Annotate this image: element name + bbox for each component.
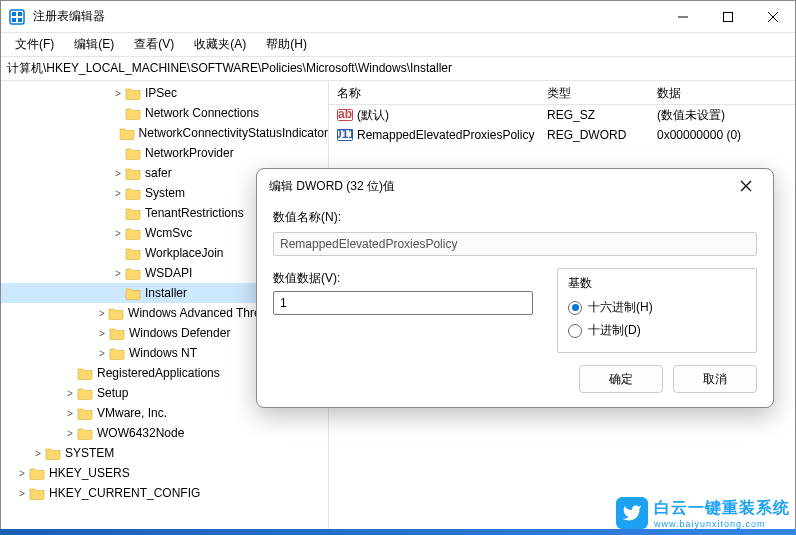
tree-item-label: WSDAPI [145,266,192,280]
menu-file[interactable]: 文件(F) [5,34,64,55]
folder-icon [45,446,61,460]
tree-item-label: Installer [145,286,187,300]
cancel-button[interactable]: 取消 [673,365,757,393]
watermark-url: www.baiyunxitong.com [654,519,790,529]
folder-icon [125,166,141,180]
folder-icon [77,366,93,380]
folder-icon [29,466,45,480]
folder-icon [77,386,93,400]
folder-icon [125,106,141,120]
folder-icon [77,426,93,440]
col-header-name[interactable]: 名称 [329,81,539,104]
chevron-right-icon[interactable]: > [15,488,29,499]
value-name: (默认) [357,107,389,124]
chevron-right-icon[interactable]: > [111,188,125,199]
chevron-right-icon[interactable]: > [15,468,29,479]
value-data-label: 数值数据(V): [273,270,533,287]
dialog-title: 编辑 DWORD (32 位)值 [269,178,731,195]
tree-item-label: Windows NT [129,346,197,360]
chevron-right-icon[interactable]: > [111,228,125,239]
menu-view[interactable]: 查看(V) [124,34,184,55]
folder-icon [109,326,125,340]
folder-icon [125,266,141,280]
radio-hex[interactable]: 十六进制(H) [568,296,746,319]
chevron-right-icon[interactable]: > [63,388,77,399]
tree-item[interactable]: >HKEY_USERS [1,463,328,483]
folder-icon [125,226,141,240]
chevron-right-icon[interactable]: > [111,88,125,99]
folder-icon [108,306,124,320]
chevron-right-icon[interactable]: > [31,448,45,459]
svg-rect-6 [723,12,732,21]
list-row[interactable]: ab(默认)REG_SZ(数值未设置) [329,105,795,125]
tree-item[interactable]: >HKEY_CURRENT_CONFIG [1,483,328,503]
tree-item-label: HKEY_USERS [49,466,130,480]
chevron-right-icon[interactable]: > [63,428,77,439]
app-icon [9,9,25,25]
tree-item-label: NetworkConnectivityStatusIndicator [139,126,328,140]
tree-item-label: VMware, Inc. [97,406,167,420]
folder-icon [125,246,141,260]
chevron-right-icon[interactable]: > [95,348,109,359]
folder-icon [125,186,141,200]
edit-dword-dialog: 编辑 DWORD (32 位)值 数值名称(N): RemappedElevat… [256,168,774,408]
value-name: RemappedElevatedProxiesPolicy [357,128,534,142]
tree-item[interactable]: >SYSTEM [1,443,328,463]
tree-item[interactable]: NetworkConnectivityStatusIndicator [1,123,328,143]
value-name-field: RemappedElevatedProxiesPolicy [273,232,757,256]
tree-item-label: WorkplaceJoin [145,246,223,260]
maximize-button[interactable] [705,1,750,33]
value-data: (数值未设置) [649,107,795,124]
tree-item[interactable]: >WOW6432Node [1,423,328,443]
taskbar-hint [0,529,796,535]
menu-edit[interactable]: 编辑(E) [64,34,124,55]
value-type: REG_DWORD [539,128,649,142]
dialog-close-button[interactable] [731,171,761,201]
tree-item[interactable]: >IPSec [1,83,328,103]
folder-icon [77,406,93,420]
value-type-icon: ab [337,107,353,123]
folder-icon [125,286,141,300]
radio-hex-icon [568,301,582,315]
ok-button[interactable]: 确定 [579,365,663,393]
titlebar: 注册表编辑器 [1,1,795,33]
folder-icon [125,86,141,100]
tree-item-label: HKEY_CURRENT_CONFIG [49,486,200,500]
value-data-input[interactable] [273,291,533,315]
base-legend: 基数 [568,275,746,292]
window-title: 注册表编辑器 [33,8,660,25]
chevron-right-icon[interactable]: > [111,268,125,279]
watermark: 白云一键重装系统 www.baiyunxitong.com [616,497,790,529]
value-type: REG_SZ [539,108,649,122]
tree-item-label: NetworkProvider [145,146,234,160]
tree-item-label: System [145,186,185,200]
tree-item[interactable]: Network Connections [1,103,328,123]
svg-rect-4 [18,18,22,22]
tree-item-label: IPSec [145,86,177,100]
value-type-icon: 011 [337,127,353,143]
close-button[interactable] [750,1,795,33]
chevron-right-icon[interactable]: > [111,168,125,179]
watermark-text: 白云一键重装系统 [654,498,790,519]
minimize-button[interactable] [660,1,705,33]
list-row[interactable]: 011RemappedElevatedProxiesPolicyREG_DWOR… [329,125,795,145]
address-bar[interactable]: 计算机\HKEY_LOCAL_MACHINE\SOFTWARE\Policies… [1,57,795,81]
svg-rect-3 [12,18,16,22]
value-data: 0x00000000 (0) [649,128,795,142]
radio-hex-label: 十六进制(H) [588,299,653,316]
tree-item-label: WOW6432Node [97,426,184,440]
tree-item-label: Network Connections [145,106,259,120]
chevron-right-icon[interactable]: > [95,308,108,319]
folder-icon [119,126,135,140]
col-header-type[interactable]: 类型 [539,81,649,104]
tree-item-label: RegisteredApplications [97,366,220,380]
menu-help[interactable]: 帮助(H) [256,34,317,55]
radio-dec[interactable]: 十进制(D) [568,319,746,342]
tree-item-label: Setup [97,386,128,400]
menu-favorites[interactable]: 收藏夹(A) [184,34,256,55]
tree-item-label: Windows Defender [129,326,230,340]
chevron-right-icon[interactable]: > [63,408,77,419]
tree-item[interactable]: NetworkProvider [1,143,328,163]
chevron-right-icon[interactable]: > [95,328,109,339]
col-header-data[interactable]: 数据 [649,81,795,104]
